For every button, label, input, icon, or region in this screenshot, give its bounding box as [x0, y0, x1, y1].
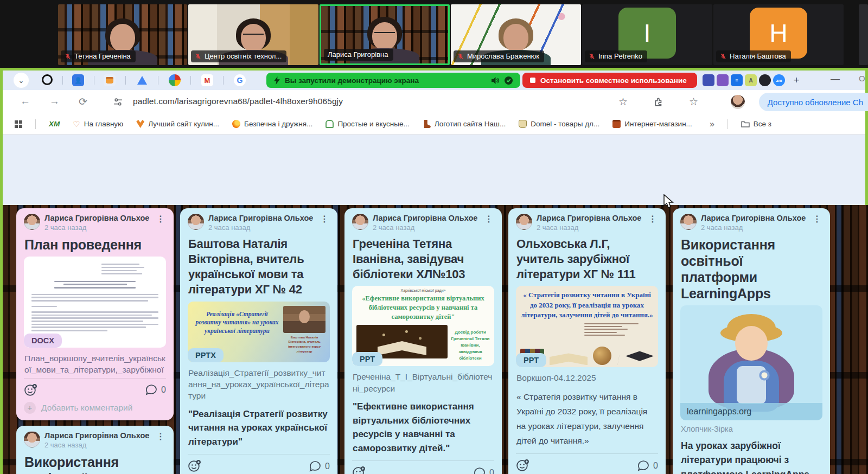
video-tile-4[interactable]: Мирослава Браженюк — [451, 4, 581, 65]
site-settings-tune-icon[interactable] — [113, 98, 123, 107]
author-avatar — [352, 214, 368, 230]
reload-button[interactable]: ⟳ — [79, 95, 87, 108]
slide-presenter-caption: Баштова Наталія Вікторівна, вчитель інте… — [283, 335, 326, 354]
new-tab-button[interactable]: + — [790, 74, 802, 86]
bookmark-item[interactable]: ♡На главную — [73, 119, 123, 129]
padlet-card-wordwall[interactable]: Лариса Григорівна Ольхое 2 часа назад ⋮ … — [16, 426, 174, 474]
padlet-card-grechenina[interactable]: Лариса Григорівна Ольхое 2 часа назад ⋮ … — [344, 208, 502, 474]
card-menu-button[interactable]: ⋮ — [483, 214, 494, 225]
comment-count-value: 0 — [489, 468, 494, 474]
tab-favicon-gmail-icon[interactable]: M — [201, 74, 213, 86]
url-bar[interactable]: padlet.com/larisagrigorevna68/padlet-4lh… — [133, 97, 343, 106]
pptx-attachment-preview[interactable]: Реалізація «Стратегії розвитку читання» … — [188, 302, 330, 362]
participant-name: Наталія Баштова — [730, 52, 786, 60]
shield-check-icon[interactable] — [505, 76, 513, 85]
chrome-update-chip[interactable]: Доступно обновление Ch — [759, 93, 868, 111]
tab-search-chevron-button[interactable]: ⌄ — [14, 73, 29, 88]
card-author: Лариса Григорівна Ольхое — [44, 214, 151, 222]
add-reaction-icon[interactable] — [188, 459, 201, 473]
padlet-card-olkhovska[interactable]: Лариса Григорівна Ольхое 2 часа назад ⋮ … — [508, 208, 666, 474]
participant-name: Центр освітніх технол... — [205, 52, 282, 60]
tab-favicon-contact-icon[interactable]: 👤 — [72, 74, 84, 86]
padlet-card-plan[interactable]: Лариса Григорівна Ольхое 2 часа назад ⋮ … — [16, 208, 174, 420]
card-title: План проведення — [24, 236, 165, 253]
card-menu-button[interactable]: ⋮ — [155, 431, 166, 442]
video-tile-5[interactable]: I Irina Petrenko — [582, 4, 712, 65]
card-menu-button[interactable]: ⋮ — [319, 214, 330, 225]
comment-count[interactable]: 0 — [145, 384, 166, 396]
card-menu-button[interactable]: ⋮ — [812, 214, 822, 225]
stop-sharing-button[interactable]: Остановить совместное использование — [522, 73, 697, 88]
add-reaction-icon[interactable] — [24, 383, 37, 397]
minimize-window-button[interactable]: — — [831, 74, 840, 85]
tab-favicon-opera-icon[interactable] — [42, 74, 53, 85]
extension-favicon-4[interactable]: A — [745, 74, 757, 86]
profile-avatar[interactable] — [731, 95, 745, 109]
card-author: Лариса Григорівна Ольхое — [537, 214, 643, 222]
attachment-filename[interactable]: План_воркшопу_вчителів_української_мови_… — [24, 353, 165, 376]
bookmark-xm-icon[interactable]: XM — [49, 120, 60, 128]
file-type-badge: DOCX — [24, 334, 62, 348]
tab-favicon-photos-icon[interactable] — [169, 74, 181, 86]
cartoon-character-image — [705, 314, 797, 412]
author-avatar — [680, 214, 697, 230]
bookmark-star-icon[interactable]: ☆ — [618, 95, 628, 108]
speaker-icon[interactable] — [492, 77, 500, 84]
add-reaction-icon[interactable] — [516, 459, 529, 472]
ppt-attachment-preview[interactable]: « Стратегія розвитку читання в Україні д… — [516, 286, 658, 367]
bookmark-item[interactable]: Логотип сайта Наш... — [423, 120, 506, 128]
learningapps-link-preview[interactable]: learningapps.org — [680, 305, 822, 420]
card-timestamp: 2 часа назад — [44, 441, 151, 449]
extension-favicon-2[interactable] — [717, 74, 729, 86]
tab-favicon-google-icon[interactable]: G — [234, 74, 246, 86]
docx-attachment-preview[interactable]: DOCX — [24, 257, 166, 348]
author-avatar — [516, 214, 532, 230]
add-comment-button[interactable]: + Добавить комментарий — [24, 402, 166, 414]
video-tile-3-active-speaker[interactable]: Лариса Григорівна — [320, 4, 450, 65]
back-button[interactable]: ← — [20, 95, 30, 107]
bookmarks-overflow-chevron[interactable]: » — [710, 119, 714, 129]
bookmark-item[interactable]: Domel - товары дл... — [519, 120, 599, 128]
attachment-filename[interactable]: Воркшоп-04.12.2025 — [516, 372, 658, 383]
video-tile-1[interactable]: Тетяна Греченіна — [58, 4, 187, 65]
author-avatar — [24, 431, 40, 447]
ppt-attachment-preview[interactable]: Харківської міської ради» «Ефективне вик… — [352, 286, 494, 366]
comment-count[interactable]: 0 — [637, 460, 658, 472]
slide-header-text: Харківської міської ради» — [356, 289, 490, 292]
attachment-filename[interactable]: Греченіна_Т_І_Віртуальні_бібліотечні_рес… — [353, 371, 494, 394]
bookmark-item[interactable]: Интернет-магазин... — [612, 120, 692, 128]
video-tile-6[interactable]: H Наталія Баштова — [713, 4, 844, 65]
padlet-card-bashtova[interactable]: Лариса Григорівна Ольхое 2 часа назад ⋮ … — [180, 208, 337, 474]
bookmark-item[interactable]: Простые и вкусные... — [326, 120, 409, 128]
maximize-window-button[interactable]: O — [859, 74, 865, 83]
card-author: Лариса Григорівна Ольхое — [208, 214, 315, 222]
apps-grid-icon[interactable] — [15, 120, 22, 128]
card-menu-button[interactable]: ⋮ — [647, 214, 658, 225]
bookmark-item[interactable]: Лучший сайт кулин... — [136, 120, 219, 128]
link-caption: Хлопчик-Зірка — [681, 425, 822, 433]
browser-toolbar: ← → ⟳ padlet.com/larisagrigorevna68/padl… — [3, 90, 865, 114]
add-reaction-icon[interactable] — [352, 466, 366, 474]
tab-favicon-shop-icon[interactable] — [104, 74, 116, 86]
comment-count[interactable]: 0 — [473, 467, 494, 474]
participant-name: Тетяна Греченіна — [74, 52, 131, 60]
mic-muted-icon — [720, 53, 726, 60]
forward-button[interactable]: → — [49, 95, 60, 107]
add-comment-label: Добавить комментарий — [41, 403, 132, 413]
comment-count[interactable]: 0 — [309, 460, 330, 472]
card-menu-button[interactable]: ⋮ — [155, 214, 166, 225]
extension-favicon-3[interactable]: ≡ — [731, 74, 743, 86]
extension-favicon-5[interactable] — [759, 74, 771, 86]
favorites-sparkle-star-icon[interactable]: ☆ — [689, 95, 698, 108]
zoom-app-icon[interactable]: zm — [773, 74, 785, 86]
all-bookmarks-folder[interactable]: Все з — [741, 120, 771, 128]
link-url-bar[interactable]: learningapps.org — [680, 403, 822, 420]
participant-label: Irina Petrenko — [585, 50, 647, 62]
tab-favicon-drive-icon[interactable] — [136, 74, 148, 86]
extension-favicon-1[interactable] — [703, 74, 714, 86]
padlet-card-learningapps[interactable]: Лариса Григорівна Ольхое 2 часа назад ⋮ … — [673, 208, 830, 474]
video-tile-2[interactable]: Центр освітніх технол... — [188, 4, 318, 65]
extensions-icon[interactable] — [654, 97, 663, 107]
bookmark-item[interactable]: Безпечна і дружня... — [232, 120, 312, 128]
attachment-filename[interactable]: Реалізація_Стратегії_розвитку_читання_на… — [188, 367, 329, 402]
